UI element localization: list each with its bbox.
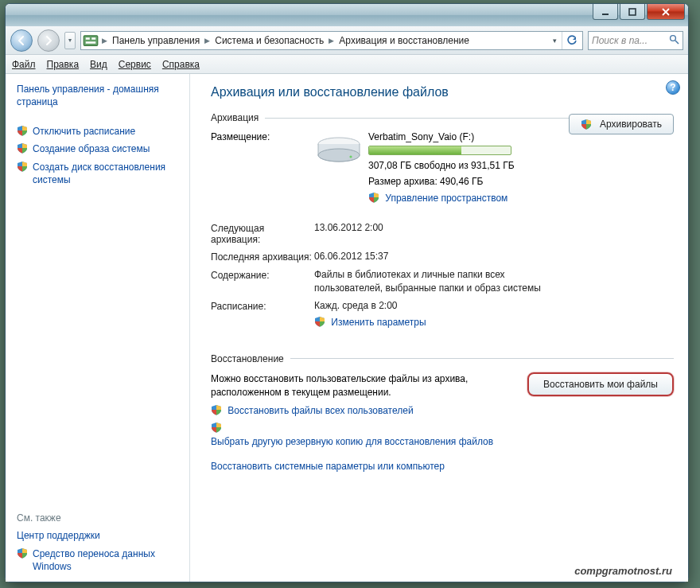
- next-backup-value: 13.06.2012 2:00: [314, 221, 674, 235]
- sidebar-item-create-recovery-disk[interactable]: Создать диск восстановления системы: [6, 158, 189, 189]
- sidebar-item-label: Центр поддерджки: [17, 529, 100, 542]
- restore-description: Можно восстановить пользовательские файл…: [211, 372, 513, 399]
- close-button[interactable]: [647, 4, 685, 20]
- refresh-button[interactable]: [562, 32, 581, 49]
- button-label: Архивировать: [600, 119, 662, 130]
- svg-rect-2: [84, 35, 98, 45]
- content-area: ? Архивация или восстановление файлов Ар…: [190, 74, 688, 582]
- help-icon[interactable]: ?: [666, 80, 680, 95]
- space-progress-bar: [368, 146, 511, 155]
- minimize-button[interactable]: [593, 4, 618, 20]
- restore-my-files-button[interactable]: Восстановить мои файлы: [527, 372, 674, 396]
- chevron-right-icon[interactable]: ▶: [100, 37, 109, 45]
- sidebar-item-label: Создать диск восстановления системы: [33, 161, 178, 186]
- schedule-value: Кажд. среда в 2:00: [314, 299, 674, 313]
- schedule-label: Расписание:: [211, 299, 314, 312]
- manage-space-link[interactable]: Управление пространством: [368, 192, 554, 204]
- maximize-button[interactable]: [620, 4, 645, 20]
- watermark: compgramotnost.ru: [574, 565, 672, 577]
- forward-button[interactable]: [37, 29, 60, 52]
- sidebar-item-label: Средство переноса данных Windows: [33, 547, 178, 573]
- svg-rect-3: [86, 37, 90, 40]
- search-input[interactable]: Поиск в па...: [588, 31, 683, 50]
- free-space-text: 307,08 ГБ свободно из 931,51 ГБ: [368, 160, 554, 171]
- restore-all-users-link[interactable]: Восстановить файлы всех пользователей: [211, 404, 513, 418]
- restore-system-link[interactable]: Восстановить системные параметры или ком…: [211, 460, 513, 473]
- sidebar-link-transfer-tool[interactable]: Средство переноса данных Windows: [6, 545, 189, 575]
- search-icon[interactable]: [669, 34, 679, 47]
- shield-icon: [17, 161, 28, 172]
- svg-line-7: [675, 41, 679, 44]
- breadcrumb-backup-restore[interactable]: Архивация и восстановление: [336, 35, 472, 46]
- svg-point-9: [318, 149, 360, 162]
- svg-point-10: [349, 155, 352, 158]
- link-label: Изменить параметры: [331, 317, 426, 328]
- shield-icon: [314, 316, 325, 327]
- archive-size-text: Размер архива: 490,46 ГБ: [368, 176, 554, 187]
- shield-icon: [17, 125, 28, 136]
- menu-bar: Файл Правка Вид Сервис Справка: [6, 55, 688, 74]
- location-value: Verbatim_Sony_Vaio (F:): [368, 131, 554, 142]
- navigation-bar: ▾ ▶ Панель управления ▶ Система и безопа…: [6, 26, 688, 55]
- address-bar[interactable]: ▶ Панель управления ▶ Система и безопасн…: [80, 31, 583, 50]
- last-backup-label: Последняя архивация:: [211, 250, 314, 263]
- svg-rect-0: [602, 14, 609, 15]
- space-progress-fill: [369, 146, 461, 154]
- control-panel-icon: [83, 33, 99, 49]
- sidebar-link-support-center[interactable]: Центр поддерджки: [6, 527, 189, 544]
- link-label: Выбрать другую резервную копию для восст…: [211, 436, 493, 447]
- sidebar-item-create-image[interactable]: Создание образа системы: [6, 140, 189, 158]
- search-placeholder: Поиск в па...: [592, 35, 648, 46]
- shield-icon: [211, 404, 222, 415]
- address-dropdown-icon[interactable]: ▾: [547, 37, 562, 45]
- button-label: Восстановить мои файлы: [543, 379, 658, 390]
- sidebar-home-link[interactable]: Панель управления - домашняя страница: [6, 82, 189, 115]
- back-button[interactable]: [10, 29, 33, 52]
- backup-now-button[interactable]: Архивировать: [569, 114, 674, 134]
- menu-file[interactable]: Файл: [12, 59, 36, 70]
- link-label: Восстановить файлы всех пользователей: [228, 405, 413, 416]
- hard-drive-icon: [316, 136, 362, 165]
- body: Панель управления - домашняя страница От…: [6, 74, 688, 582]
- sidebar: Панель управления - домашняя страница От…: [6, 74, 190, 582]
- titlebar: [6, 4, 688, 26]
- next-backup-label: Следующая архивация:: [211, 221, 314, 245]
- sidebar-item-label: Отключить расписание: [33, 125, 135, 138]
- section-label: Восстановление: [211, 353, 284, 364]
- menu-view[interactable]: Вид: [90, 59, 107, 70]
- sidebar-item-disable-schedule[interactable]: Отключить расписание: [6, 123, 189, 140]
- control-panel-window: ▾ ▶ Панель управления ▶ Система и безопа…: [5, 3, 689, 582]
- shield-icon: [17, 547, 28, 559]
- shield-icon: [211, 422, 222, 433]
- sidebar-see-also-label: См. также: [6, 509, 189, 527]
- svg-rect-4: [91, 37, 95, 40]
- menu-service[interactable]: Сервис: [119, 59, 151, 70]
- chevron-right-icon[interactable]: ▶: [327, 37, 336, 45]
- section-restore-title: Восстановление: [211, 353, 674, 364]
- svg-rect-1: [629, 9, 636, 15]
- pick-other-backup-link[interactable]: Выбрать другую резервную копию для восст…: [211, 422, 513, 449]
- shield-icon: [581, 119, 592, 130]
- contents-value: Файлы в библиотеках и личные папки всех …: [314, 268, 674, 295]
- last-backup-value: 06.06.2012 15:37: [314, 250, 674, 263]
- breadcrumb-control-panel[interactable]: Панель управления: [109, 35, 203, 46]
- svg-rect-5: [86, 41, 96, 44]
- recent-pages-dropdown[interactable]: ▾: [64, 32, 76, 49]
- shield-icon: [368, 192, 379, 203]
- change-params-link[interactable]: Изменить параметры: [314, 316, 674, 329]
- svg-point-6: [671, 35, 676, 41]
- contents-label: Содержание:: [211, 268, 314, 281]
- chevron-right-icon[interactable]: ▶: [203, 37, 212, 45]
- page-title: Архивация или восстановление файлов: [211, 85, 674, 99]
- location-label: Размещение:: [211, 131, 314, 142]
- menu-help[interactable]: Справка: [162, 59, 200, 70]
- menu-edit[interactable]: Правка: [47, 59, 80, 70]
- section-label: Архивация: [211, 112, 259, 123]
- shield-icon: [17, 142, 28, 154]
- link-label: Управление пространством: [385, 193, 508, 204]
- breadcrumb-system-security[interactable]: Система и безопасность: [212, 35, 327, 46]
- sidebar-item-label: Создание образа системы: [33, 142, 150, 155]
